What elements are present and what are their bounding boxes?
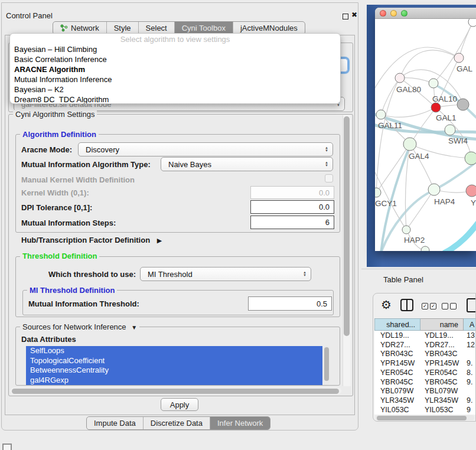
apply-button-label: Apply <box>170 400 190 409</box>
combo-spinner-icon: ▲▼ <box>325 146 328 152</box>
table-row[interactable]: YDR27...YDR27...12 <box>374 340 476 350</box>
table-row[interactable]: YDL19...YDL19...13 <box>374 331 476 340</box>
settings-horizontal-scrollbar-thumb[interactable] <box>12 389 339 394</box>
network-tab-icon <box>60 24 68 32</box>
manual-kernel-width-checkbox[interactable] <box>325 174 333 182</box>
algorithm-definition-title: Algorithm Definition <box>20 130 99 139</box>
manual-kernel-width-label: Manual Kernel Width Definition <box>21 175 135 184</box>
node-hap2-label: HAP2 <box>404 236 425 244</box>
dpi-tolerance-field[interactable]: 0.0 <box>250 200 334 214</box>
table-row[interactable]: YIL053CYIL053C9 <box>374 405 476 415</box>
minimize-traffic-light-icon[interactable] <box>390 10 397 17</box>
minimized-panel-icon[interactable] <box>2 444 12 450</box>
mi-steps-label: Mutual Information Steps: <box>21 219 116 227</box>
node-gal10[interactable] <box>429 79 438 88</box>
mi-threshold-field[interactable]: 0.5 <box>248 296 332 311</box>
dropdown-item-dream8[interactable]: Dream8 DC_TDC Algorithm <box>10 94 340 104</box>
tab-style[interactable]: Style <box>106 22 138 34</box>
deselect-all-checkboxes-icon[interactable] <box>442 303 457 309</box>
node-salmon[interactable] <box>466 185 476 197</box>
network-canvas[interactable]: GALGAL80GAL10GAL1GAL11SWI4GAL4GCY1HAP4YH… <box>375 19 476 251</box>
tab-style-label: Style <box>114 24 131 32</box>
table-horizontal-scrollbar-thumb[interactable] <box>377 416 467 420</box>
tab-impute-data[interactable]: Impute Data <box>87 417 143 429</box>
dropdown-item-bayesian-k2[interactable]: Bayesian – K2 <box>10 84 340 94</box>
aracne-mode-value: Discovery <box>86 145 119 154</box>
node-gal4[interactable] <box>403 138 416 151</box>
tab-network[interactable]: Network <box>53 22 106 34</box>
dropdown-item-mutual-information[interactable]: Mutual Information Inference <box>10 74 340 84</box>
node-partial-bottom[interactable] <box>421 246 429 251</box>
node-gal1[interactable] <box>431 103 441 112</box>
mi-threshold-value: 0.5 <box>317 299 327 308</box>
node-gal1-label: GAL1 <box>436 113 457 122</box>
tab-discretize-data-label: Discretize Data <box>151 419 203 428</box>
node-right-green[interactable] <box>465 152 476 165</box>
aracne-mode-combo[interactable]: Discovery ▲▼ <box>78 142 333 156</box>
tab-discretize-data[interactable]: Discretize Data <box>143 417 210 429</box>
tab-select[interactable]: Select <box>138 22 174 34</box>
cyni-algorithm-settings-title: Cyni Algorithm Settings <box>13 110 97 119</box>
node-hap4-label: HAP4 <box>434 197 455 206</box>
table-row[interactable]: YBR043CYBR043C <box>374 350 476 359</box>
attribute-item-selfloops[interactable]: SelfLoops <box>26 346 322 356</box>
gear-icon[interactable]: ⚙ <box>381 298 392 312</box>
node-gal-top[interactable] <box>454 53 464 63</box>
mi-steps-field[interactable]: 6 <box>250 216 334 229</box>
which-threshold-combo[interactable]: MI Threshold ▲▼ <box>140 267 311 281</box>
table-row[interactable]: YER054CYER054C8. <box>374 368 476 377</box>
float-window-icon[interactable] <box>343 14 348 19</box>
node-hap2[interactable] <box>402 226 410 234</box>
node-gal11[interactable] <box>376 110 386 119</box>
select-all-checkboxes-icon[interactable]: ✓✓ <box>422 303 436 309</box>
network-window-titlebar[interactable] <box>375 8 476 19</box>
close-icon[interactable]: ✖ <box>351 11 357 19</box>
column-layout-icon[interactable] <box>400 299 413 311</box>
tab-cyni-toolbox[interactable]: Cyni Toolbox <box>174 22 233 34</box>
table-row[interactable]: YLR345WYLR345W9. <box>374 396 476 405</box>
node-gray[interactable] <box>457 99 469 110</box>
zoom-traffic-light-icon[interactable] <box>401 10 407 17</box>
column-header-partial[interactable]: A <box>464 318 476 331</box>
node-partial-top[interactable] <box>468 19 476 27</box>
node-swi4[interactable] <box>445 125 455 135</box>
kernel-width-field[interactable]: 0.0 <box>250 186 334 199</box>
node-gcy1[interactable] <box>375 188 381 197</box>
table-panel-title: Table Panel <box>383 275 423 284</box>
control-panel-title: Control Panel <box>6 11 53 20</box>
node-salmon-label: Y <box>471 198 476 207</box>
table-row[interactable]: YBR045CYBR045C9. <box>374 377 476 387</box>
application-root: Control Panel ✖ Network Style Select Cyn… <box>0 0 476 450</box>
mi-algorithm-type-combo[interactable]: Naive Bayes ▲▼ <box>161 157 333 171</box>
hub-section-toggle[interactable]: Hub/Transcription Factor Definition ▶ <box>21 236 162 244</box>
node-hap4[interactable] <box>428 184 440 195</box>
dropdown-item-bayesian-hill-climbing[interactable]: Bayesian – Hill Climbing <box>10 44 340 54</box>
node-gal80[interactable] <box>395 73 405 83</box>
network-window[interactable]: GALGAL80GAL10GAL1GAL11SWI4GAL4GCY1HAP4YH… <box>375 8 476 251</box>
attribute-item-topologicalcoefficient[interactable]: TopologicalCoefficient <box>26 356 322 366</box>
table-row[interactable]: YPR145WYPR145W9. <box>374 358 476 368</box>
column-header-shared-name[interactable]: shared... <box>374 318 420 331</box>
settings-vertical-scrollbar-thumb[interactable] <box>344 116 350 336</box>
sources-group-title[interactable]: Sources for Network Inference ▼ <box>20 322 139 331</box>
sources-title-label: Sources for Network Inference <box>22 322 126 331</box>
column-header-name[interactable]: name <box>420 318 464 331</box>
attribute-item-gal4rgexp[interactable]: gal4RGexp <box>26 376 322 386</box>
tab-jactivemnodules[interactable]: jActiveMNodules <box>233 22 305 34</box>
dropdown-item-aracne[interactable]: ARACNE Algorithm <box>10 64 340 74</box>
data-attributes-list: SelfLoops TopologicalCoefficient Between… <box>26 346 322 385</box>
attributes-list-scrollbar-thumb[interactable] <box>324 347 329 381</box>
tab-jactivemnodules-label: jActiveMNodules <box>240 24 298 32</box>
mi-algorithm-type-value: Naive Bayes <box>168 160 211 169</box>
tab-infer-network[interactable]: Infer Network <box>210 417 270 429</box>
table-row[interactable]: YBL079WYBL079W <box>374 387 476 396</box>
dropdown-item-basic-correlation[interactable]: Basic Correlation Inference <box>10 54 340 64</box>
panel-divider <box>361 269 476 269</box>
close-traffic-light-icon[interactable] <box>380 10 386 17</box>
dpi-tolerance-label: DPI Tolerance [0,1]: <box>21 203 92 212</box>
import-table-icon[interactable] <box>467 298 476 312</box>
apply-button[interactable]: Apply <box>161 398 198 411</box>
kernel-width-value: 0.0 <box>319 188 330 197</box>
expand-right-icon: ▶ <box>157 237 162 244</box>
attribute-item-betweennesscentrality[interactable]: BetweennessCentrality <box>26 366 322 376</box>
